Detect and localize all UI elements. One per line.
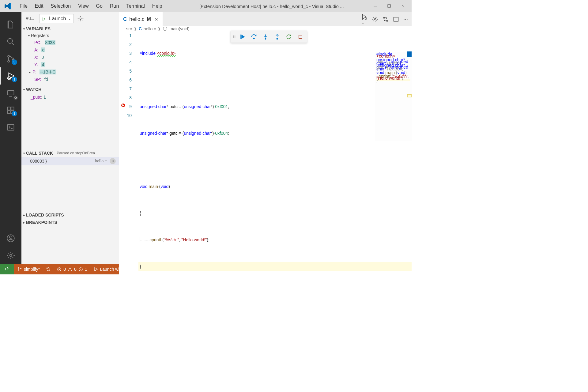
callstack-status: Paused on stopOnBrea... — [57, 151, 98, 155]
loaded-scripts-label: LOADED SCRIPTS — [26, 213, 64, 217]
svg-rect-12 — [8, 125, 14, 130]
chevron-down-icon[interactable]: ⌄ — [67, 17, 74, 21]
scm-badge: 5 — [12, 59, 17, 65]
activity-explorer-icon[interactable] — [0, 16, 21, 33]
svg-rect-11 — [11, 107, 14, 110]
svg-rect-8 — [8, 107, 10, 110]
remote-indicator[interactable] — [0, 264, 14, 274]
svg-point-26 — [265, 38, 266, 39]
svg-point-29 — [18, 267, 19, 268]
breadcrumb-src[interactable]: src — [126, 26, 132, 31]
launch-config-selector[interactable]: ▷ Launch ⌄ — [39, 14, 74, 23]
register-pc[interactable]: PC: 8033 — [21, 39, 119, 46]
menu-run[interactable]: Run — [106, 2, 123, 10]
function-box-icon — [163, 26, 168, 31]
c-file-icon: C — [139, 26, 142, 31]
callstack-label: CALL STACK — [26, 151, 53, 156]
callstack-section[interactable]: ▾CALL STACKPaused on stopOnBrea... — [21, 149, 119, 157]
callstack-frame[interactable]: 008033 } hello.c 9 — [21, 157, 119, 165]
activity-extensions-icon[interactable]: 1 — [0, 102, 21, 119]
activity-remote-icon[interactable] — [0, 85, 21, 102]
more-actions-icon[interactable]: ··· — [87, 16, 94, 22]
svg-point-27 — [277, 38, 277, 39]
tab-modified-indicator: M — [147, 17, 151, 22]
debug-step-out-icon[interactable] — [273, 32, 282, 41]
svg-rect-28 — [299, 35, 302, 39]
menu-edit[interactable]: Edit — [31, 2, 47, 10]
frame-location: 008033 } — [30, 159, 47, 164]
breakpoints-label: BREAKPOINTS — [26, 220, 57, 225]
frame-line-badge: 9 — [110, 158, 116, 164]
tab-hello-c[interactable]: C hello.c M ✕ — [119, 12, 163, 26]
register-y[interactable]: Y: 4 — [21, 61, 119, 68]
menu-help[interactable]: Help — [149, 2, 166, 10]
breakpoints-section[interactable]: ▸BREAKPOINTS — [21, 219, 119, 226]
window-minimize[interactable] — [368, 0, 382, 12]
breakpoint-current-icon[interactable] — [121, 103, 126, 108]
start-debug-icon[interactable]: ▷ — [40, 16, 48, 21]
menu-view[interactable]: View — [74, 2, 92, 10]
activity-debug-icon[interactable]: 1 — [0, 67, 21, 85]
debug-stop-icon[interactable] — [296, 32, 305, 41]
code-editor[interactable]: 12345678910 #include <conio.h> unsigned·… — [119, 31, 412, 274]
svg-point-14 — [9, 236, 12, 238]
variables-section[interactable]: ▾VARIABLES — [21, 25, 119, 32]
run-and-debug-sidebar: RU... ▷ Launch ⌄ ··· ▾VARIABLES ▾Registe… — [21, 12, 119, 264]
status-branch[interactable]: simplify* — [14, 264, 43, 274]
status-problems[interactable]: 0 0 1 — [54, 264, 90, 274]
menu-selection[interactable]: Selection — [47, 2, 74, 10]
activity-scm-icon[interactable]: 5 — [0, 50, 21, 67]
window-close[interactable] — [396, 0, 410, 12]
minimap[interactable]: #include <conio.h> unsigned char* putc =… — [375, 52, 412, 141]
launch-config-label: Launch — [48, 16, 67, 22]
diff-compare-icon[interactable] — [383, 16, 389, 22]
register-a[interactable]: A: e — [21, 46, 119, 53]
watch-label: WATCH — [26, 87, 41, 92]
activity-account-icon[interactable] — [0, 230, 21, 247]
debug-start-dropdown-icon[interactable]: ⌄ — [361, 13, 368, 25]
drag-handle-icon[interactable]: ⠿ — [233, 34, 235, 39]
menu-file[interactable]: File — [16, 2, 31, 10]
svg-point-25 — [253, 38, 254, 39]
overview-ruler-top — [407, 51, 412, 57]
split-editor-icon[interactable] — [393, 16, 399, 22]
remote-status-icon — [13, 96, 18, 100]
menu-go[interactable]: Go — [92, 2, 106, 10]
breadcrumb-function[interactable]: main(void) — [169, 26, 189, 31]
configure-gear-icon[interactable] — [76, 16, 85, 22]
tab-close-icon[interactable]: ✕ — [155, 17, 158, 22]
activity-settings-icon[interactable] — [0, 247, 21, 264]
activity-search-icon[interactable] — [0, 33, 21, 50]
window-maximize[interactable] — [382, 0, 396, 12]
registers-node[interactable]: ▾Registers — [21, 32, 119, 39]
editor-settings-icon[interactable] — [372, 16, 378, 22]
svg-point-31 — [21, 268, 21, 269]
breadcrumb-file[interactable]: hello.c — [144, 26, 156, 31]
register-sp[interactable]: SP: fd — [21, 75, 119, 83]
vscode-logo-icon — [4, 2, 12, 10]
editor-tab-row: C hello.c M ✕ ⌄ ··· — [119, 12, 412, 26]
more-editor-actions-icon[interactable]: ··· — [403, 16, 408, 23]
svg-rect-9 — [8, 111, 10, 113]
debug-restart-icon[interactable] — [284, 32, 293, 41]
register-p[interactable]: ▸P: --1B-I-C — [21, 68, 119, 75]
svg-point-3 — [8, 60, 9, 62]
register-x[interactable]: X: 0 — [21, 53, 119, 61]
variables-label: VARIABLES — [26, 26, 51, 31]
svg-point-1 — [8, 39, 13, 43]
debug-continue-icon[interactable] — [238, 32, 247, 41]
svg-point-18 — [374, 19, 376, 20]
debug-toolbar[interactable]: ⠿ — [231, 31, 307, 43]
debug-badge: 1 — [12, 77, 17, 82]
window-title: [Extension Development Host] hello.c - h… — [166, 4, 368, 9]
menu-terminal[interactable]: Terminal — [123, 2, 148, 10]
debug-step-into-icon[interactable] — [261, 32, 270, 41]
debug-step-over-icon[interactable] — [249, 32, 258, 41]
loaded-scripts-section[interactable]: ▸LOADED SCRIPTS — [21, 211, 119, 219]
svg-point-2 — [8, 55, 9, 57]
watch-item[interactable]: _putc: 1 — [21, 93, 119, 100]
tab-filename: hello.c — [129, 16, 144, 22]
activity-console-icon[interactable] — [0, 119, 21, 136]
watch-section[interactable]: ▾WATCH — [21, 86, 119, 93]
status-sync[interactable] — [43, 264, 54, 274]
